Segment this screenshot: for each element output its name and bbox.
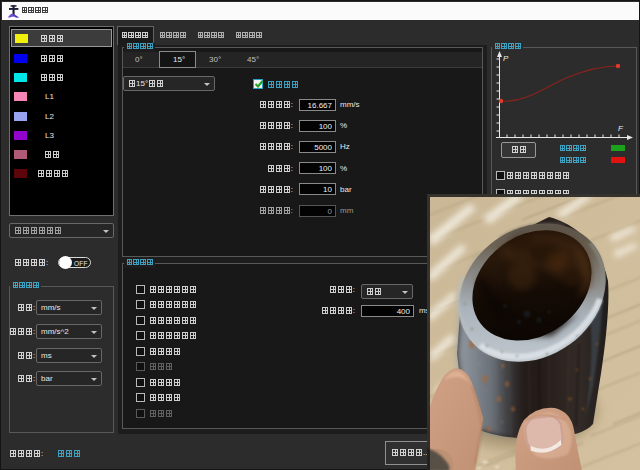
svg-text:F: F	[618, 124, 624, 133]
svg-text:P: P	[503, 54, 509, 63]
